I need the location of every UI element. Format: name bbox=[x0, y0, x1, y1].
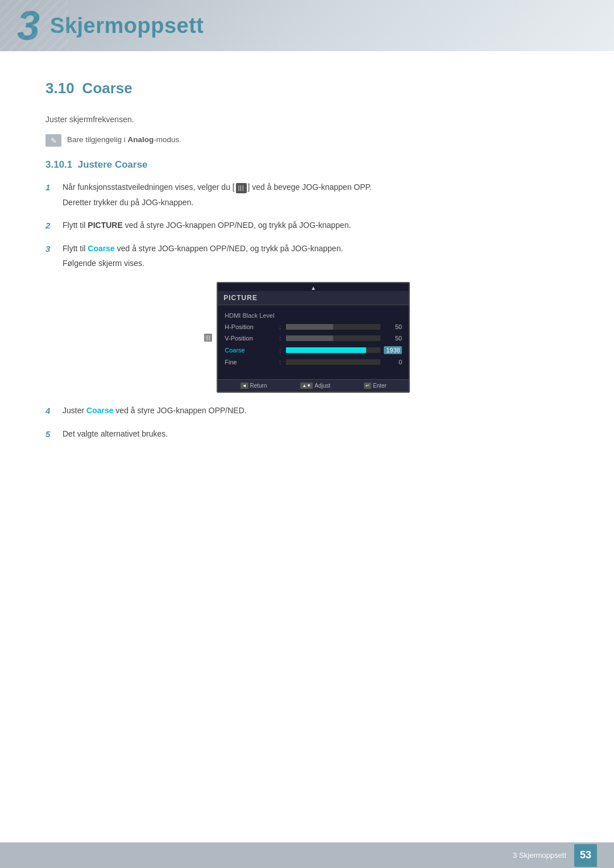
step-number: 1 bbox=[45, 181, 63, 194]
subsection-title: Justere Coarse bbox=[78, 159, 148, 170]
row-value: 50 bbox=[384, 335, 402, 342]
step-number: 4 bbox=[45, 404, 63, 418]
list-item: 1 Når funksjonsstastveiledningen vises, … bbox=[45, 181, 569, 211]
screen-container: ||| ▲ PICTURE HDMI Black Level H-Positio… bbox=[45, 282, 569, 393]
step-content: Flytt til PICTURE ved å styre JOG-knappe… bbox=[63, 219, 569, 234]
adjust-label: Adjust bbox=[314, 383, 330, 389]
row-bar-fine bbox=[286, 359, 380, 365]
row-bar-fill bbox=[286, 335, 333, 341]
step5-text: Det valgte alternativet brukes. bbox=[63, 427, 569, 440]
enter-icon: ↵ bbox=[364, 383, 371, 389]
screen-header: PICTURE bbox=[218, 291, 409, 305]
section-number: 3.10 bbox=[45, 80, 74, 97]
footer-return-btn: ◄ Return bbox=[240, 383, 267, 389]
enter-label: Enter bbox=[373, 383, 387, 389]
screen-row: V-Position : 50 bbox=[223, 333, 403, 344]
section-title: Coarse bbox=[82, 80, 132, 97]
note-text-bold: Analog bbox=[128, 135, 154, 144]
chapter-number: 3 bbox=[17, 5, 40, 46]
footer-chapter-label: 3 Skjermoppsett bbox=[513, 851, 566, 859]
row-bar-fill-active bbox=[286, 347, 366, 353]
step-content: Juster Coarse ved å styre JOG-knappen OP… bbox=[63, 404, 569, 419]
subsection-heading: 3.10.1 Justere Coarse bbox=[45, 159, 569, 171]
step-number: 5 bbox=[45, 427, 63, 441]
row-bar bbox=[286, 324, 380, 330]
row-value-coarse: 1938 bbox=[384, 346, 402, 354]
return-icon: ◄ bbox=[240, 383, 248, 389]
list-item: 3 Flytt til Coarse ved å styre JOG-knapp… bbox=[45, 242, 569, 272]
return-label: Return bbox=[250, 383, 267, 389]
note-text-after: -modus. bbox=[154, 135, 181, 144]
coarse-label-step3: Coarse bbox=[88, 244, 114, 253]
row-label-coarse: Coarse bbox=[225, 347, 276, 354]
step-number: 2 bbox=[45, 219, 63, 232]
screen-footer: ◄ Return ▲▼ Adjust ↵ Enter bbox=[218, 379, 409, 392]
screen-row: H-Position : 50 bbox=[223, 321, 403, 333]
step-content: Når funksjonsstastveiledningen vises, ve… bbox=[63, 181, 569, 211]
chapter-title: Skjermoppsett bbox=[50, 14, 204, 38]
screen-row: Fine : 0 bbox=[223, 356, 403, 368]
footer-adjust-btn: ▲▼ Adjust bbox=[300, 383, 330, 389]
page-footer: 3 Skjermoppsett 53 bbox=[0, 842, 614, 868]
row-bar-fill bbox=[286, 324, 333, 330]
row-label: V-Position bbox=[225, 335, 276, 342]
row-value: 50 bbox=[384, 323, 402, 330]
note-text-before: Bare tilgjengelig i bbox=[67, 135, 128, 144]
row-label: HDMI Black Level bbox=[225, 312, 276, 319]
step-content: Det valgte alternativet brukes. bbox=[63, 427, 569, 442]
footer-page-number: 53 bbox=[574, 844, 597, 867]
screen-row-active: Coarse : 1938 bbox=[223, 344, 403, 356]
steps-list-continued: 4 Juster Coarse ved å styre JOG-knappen … bbox=[45, 404, 569, 442]
note-text: Bare tilgjengelig i Analog-modus. bbox=[67, 134, 181, 146]
screen-mockup: ▲ PICTURE HDMI Black Level H-Position : bbox=[217, 282, 410, 393]
adjust-icon: ▲▼ bbox=[300, 383, 313, 389]
row-value-fine: 0 bbox=[384, 359, 402, 366]
step-content: Flytt til Coarse ved å styre JOG-knappen… bbox=[63, 242, 569, 272]
jog-icon: ||| bbox=[236, 183, 247, 193]
note-box: Bare tilgjengelig i Analog-modus. bbox=[45, 134, 569, 147]
list-item: 2 Flytt til PICTURE ved å styre JOG-knap… bbox=[45, 219, 569, 234]
step-number: 3 bbox=[45, 242, 63, 256]
row-bar-coarse bbox=[286, 347, 380, 353]
list-item: 4 Juster Coarse ved å styre JOG-knappen … bbox=[45, 404, 569, 419]
header-banner: 3 Skjermoppsett bbox=[0, 0, 614, 51]
row-label: H-Position bbox=[225, 323, 276, 330]
note-icon bbox=[45, 134, 61, 147]
screen-body: HDMI Black Level H-Position : 50 V-Posit… bbox=[218, 305, 409, 379]
row-bar bbox=[286, 335, 380, 341]
main-content: 3.10Coarse Juster skjermfrekvensen. Bare… bbox=[0, 51, 614, 498]
coarse-label-step4: Coarse bbox=[86, 406, 113, 415]
row-label-fine: Fine bbox=[225, 359, 276, 366]
body-text: Juster skjermfrekvensen. bbox=[45, 113, 569, 126]
subsection-number: 3.10.1 bbox=[45, 159, 72, 170]
jog-box-icon: ||| bbox=[204, 334, 213, 342]
picture-label: PICTURE bbox=[88, 221, 122, 230]
jog-left-icon: ||| bbox=[204, 334, 213, 342]
list-item: 5 Det valgte alternativet brukes. bbox=[45, 427, 569, 442]
footer-enter-btn: ↵ Enter bbox=[364, 383, 387, 389]
steps-list: 1 Når funksjonsstastveiledningen vises, … bbox=[45, 181, 569, 272]
section-heading: 3.10Coarse bbox=[45, 80, 569, 97]
screen-row: HDMI Black Level bbox=[223, 310, 403, 321]
